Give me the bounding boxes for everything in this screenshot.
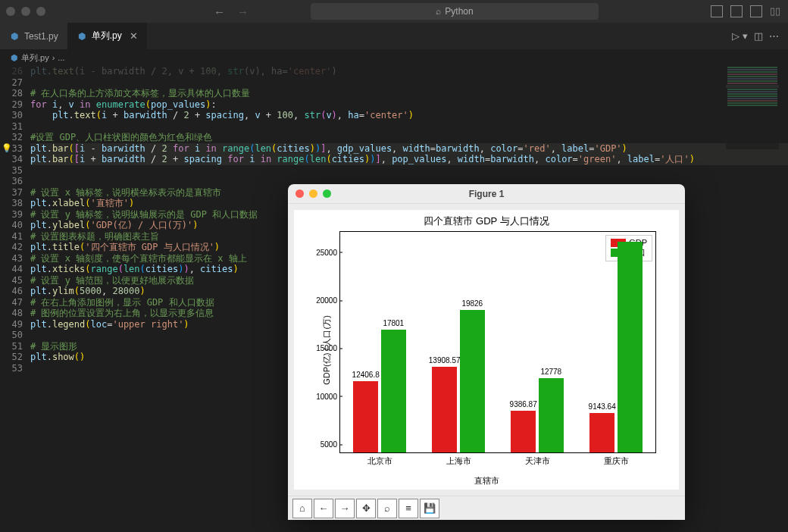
python-icon: ⬢ [77, 31, 87, 42]
fig-pan-icon[interactable]: ✥ [356, 499, 376, 518]
code-line[interactable]: #设置 GDP、人口柱状图的颜色为红色和绿色 [30, 132, 788, 143]
tab-actions: ▷ ▾ ◫ ⋯ [723, 23, 788, 49]
minimap[interactable] [726, 66, 779, 149]
layout-icon-1[interactable] [711, 5, 723, 17]
code-line[interactable]: for i, v in enumerate(pop_values): [30, 99, 788, 111]
code-line[interactable]: plt.text(i + barwidth / 2 + spacing, v +… [30, 110, 788, 121]
nav-arrows: ← → [211, 4, 252, 20]
figure-toolbar: ⌂ ← → ✥ ⌕ ≡ 💾 [288, 496, 685, 520]
search-icon: ⌕ [436, 6, 441, 17]
layout-icon-2[interactable] [730, 5, 743, 17]
fig-forward-icon[interactable]: → [335, 499, 355, 518]
nav-forward-icon[interactable]: → [234, 4, 252, 20]
breadcrumb[interactable]: ⬢ 单列.py › ... [0, 49, 788, 66]
ytick: 10000 [316, 392, 340, 400]
lightbulb-icon[interactable]: 💡 [2, 143, 12, 155]
min-dot[interactable] [21, 7, 30, 16]
code-line[interactable] [30, 165, 788, 177]
layout-icons: ▯▯ [711, 5, 782, 17]
ytick: 5000 [321, 440, 340, 449]
code-line[interactable] [30, 77, 788, 89]
bar: 9143.64 [589, 413, 614, 452]
bar-label: 13908.57 [429, 356, 461, 365]
bar-label: 12406.8 [352, 371, 380, 379]
close-dot[interactable] [6, 7, 15, 16]
xtick: 北京市 [367, 452, 392, 467]
tab-label: Test1.py [24, 31, 58, 42]
bar: 17801 [381, 330, 406, 452]
max-dot[interactable] [36, 7, 45, 16]
breadcrumb-sep: › [52, 53, 55, 62]
layout-icon-4[interactable]: ▯▯ [770, 5, 782, 17]
bar-label: 17801 [383, 319, 404, 327]
bar: 19826 [460, 310, 485, 452]
fig-configure-icon[interactable]: ≡ [399, 499, 418, 518]
bar: 9386.87 [511, 411, 536, 453]
xtick: 重庆市 [604, 452, 629, 467]
plot-area: GDP 人口 500010000150002000025000北京市12406.… [339, 231, 656, 453]
plot-xlabel: 直辖市 [294, 475, 679, 487]
tab-danlie[interactable]: ⬢ 单列.py ✕ [67, 23, 147, 49]
bar-label: 19826 [461, 299, 483, 308]
fig-home-icon[interactable]: ⌂ [292, 499, 312, 518]
python-icon: ⬢ [9, 31, 20, 42]
bar: 12406.8 [353, 381, 378, 452]
python-icon: ⬢ [11, 53, 18, 63]
bar [618, 242, 643, 452]
xtick: 天津市 [525, 452, 550, 467]
tab-label: 单列.py [92, 30, 122, 42]
code-line[interactable] [30, 121, 788, 133]
plot-title: 四个直辖市 GDP 与人口情况 [294, 214, 679, 228]
fig-back-icon[interactable]: ← [314, 499, 333, 518]
split-icon[interactable]: ◫ [754, 30, 763, 42]
bar: 12778 [539, 378, 564, 452]
ytick: 15000 [316, 344, 340, 352]
xtick: 上海市 [446, 452, 471, 467]
traffic-lights [6, 7, 45, 16]
more-icon[interactable]: ⋯ [769, 30, 779, 42]
bar-label: 12778 [540, 368, 561, 376]
line-gutter: 2627282930313233343536373839404142434445… [5, 66, 30, 374]
matplotlib-window: Figure 1 四个直辖市 GDP 与人口情况 GDP(亿) / 人口(万) … [288, 184, 685, 520]
search-text: Python [445, 6, 473, 17]
ytick: 20000 [316, 296, 340, 305]
bar: 13908.57 [432, 367, 457, 452]
fig-zoom-icon[interactable]: ⌕ [377, 499, 397, 518]
figure-canvas[interactable]: 四个直辖市 GDP 与人口情况 GDP(亿) / 人口(万) 直辖市 GDP 人… [294, 210, 679, 490]
run-icon[interactable]: ▷ ▾ [732, 30, 748, 42]
window-titlebar: ← → ⌕ Python ▯▯ [0, 0, 788, 23]
bar-label: 9386.87 [510, 400, 537, 408]
code-line[interactable]: plt.bar([i + barwidth / 2 + spacing for … [30, 154, 788, 165]
figure-titlebar[interactable]: Figure 1 [288, 184, 685, 204]
layout-icon-3[interactable] [750, 5, 762, 17]
editor-tabs: ⬢ Test1.py ⬢ 单列.py ✕ ▷ ▾ ◫ ⋯ [0, 23, 788, 49]
close-icon[interactable]: ✕ [130, 30, 138, 42]
command-search[interactable]: ⌕ Python [311, 3, 599, 20]
code-line[interactable]: 💡plt.bar([i - barwidth / 2 for i in rang… [30, 143, 788, 155]
fig-save-icon[interactable]: 💾 [420, 499, 439, 518]
code-line[interactable]: # 在人口条的上方添加文本标签，显示具体的人口数量 [30, 88, 788, 99]
breadcrumb-rest: ... [58, 53, 64, 62]
nav-back-icon[interactable]: ← [211, 4, 228, 20]
breadcrumb-file: 单列.py [21, 52, 49, 64]
tab-test1[interactable]: ⬢ Test1.py [0, 23, 67, 49]
ytick: 25000 [316, 248, 340, 256]
bar-label: 9143.64 [589, 402, 616, 411]
figure-title: Figure 1 [288, 189, 685, 199]
